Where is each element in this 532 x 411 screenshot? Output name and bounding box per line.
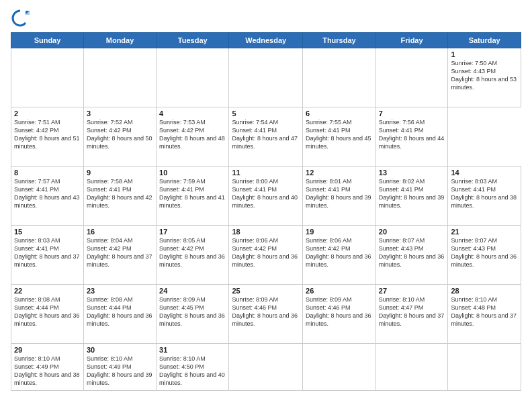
day-info: Sunrise: 8:09 AMSunset: 4:45 PMDaylight:… [159,296,225,327]
day-cell: 28Sunrise: 8:10 AMSunset: 4:48 PMDayligh… [448,285,521,344]
day-info: Sunrise: 8:07 AMSunset: 4:43 PMDaylight:… [451,237,517,268]
day-info: Sunrise: 8:00 AMSunset: 4:41 PMDaylight:… [232,178,298,209]
day-cell: 30Sunrise: 8:10 AMSunset: 4:49 PMDayligh… [83,344,156,391]
day-number: 29 [14,346,81,354]
logo [11,8,32,27]
empty-day-cell [229,344,303,391]
day-info: Sunrise: 8:01 AMSunset: 4:41 PMDaylight:… [306,178,371,209]
day-cell: 26Sunrise: 8:09 AMSunset: 4:46 PMDayligh… [303,285,376,344]
day-number: 17 [159,228,226,236]
day-cell: 21Sunrise: 8:07 AMSunset: 4:43 PMDayligh… [448,226,521,285]
day-info: Sunrise: 7:55 AMSunset: 4:41 PMDaylight:… [306,119,371,150]
day-number: 26 [306,287,373,295]
day-number: 22 [14,287,81,295]
day-cell: 29Sunrise: 8:10 AMSunset: 4:49 PMDayligh… [11,344,84,391]
day-cell: 10Sunrise: 7:59 AMSunset: 4:41 PMDayligh… [157,167,229,226]
day-info: Sunrise: 8:07 AMSunset: 4:43 PMDaylight:… [379,237,445,268]
empty-day-cell [11,48,84,107]
calendar-week-row: 1Sunrise: 7:50 AMSunset: 4:43 PMDaylight… [11,48,521,107]
day-number: 15 [14,228,81,236]
day-cell: 16Sunrise: 8:04 AMSunset: 4:42 PMDayligh… [83,226,156,285]
day-number: 23 [87,287,153,295]
day-cell: 1Sunrise: 7:50 AMSunset: 4:43 PMDaylight… [448,48,521,107]
empty-day-cell [229,48,303,107]
day-number: 30 [87,346,153,354]
day-cell: 18Sunrise: 8:06 AMSunset: 4:42 PMDayligh… [229,226,303,285]
day-cell: 15Sunrise: 8:03 AMSunset: 4:41 PMDayligh… [11,226,84,285]
day-of-week-header: Saturday [448,33,521,48]
calendar-body: 1Sunrise: 7:50 AMSunset: 4:43 PMDaylight… [11,48,521,391]
day-info: Sunrise: 8:06 AMSunset: 4:42 PMDaylight:… [232,237,298,268]
day-cell: 8Sunrise: 7:57 AMSunset: 4:41 PMDaylight… [11,167,84,226]
day-info: Sunrise: 8:08 AMSunset: 4:44 PMDaylight:… [87,296,152,327]
calendar-week-row: 22Sunrise: 8:08 AMSunset: 4:44 PMDayligh… [11,285,521,344]
empty-day-cell [83,48,156,107]
day-number: 14 [451,169,518,177]
day-of-week-header: Friday [375,33,448,48]
empty-day-cell [157,48,229,107]
day-of-week-header: Thursday [303,33,376,48]
day-of-week-header: Tuesday [157,33,229,48]
day-number: 28 [451,287,518,295]
header [11,8,521,27]
day-info: Sunrise: 8:10 AMSunset: 4:50 PMDaylight:… [159,355,225,386]
day-info: Sunrise: 8:10 AMSunset: 4:49 PMDaylight:… [14,355,80,386]
day-info: Sunrise: 8:10 AMSunset: 4:48 PMDaylight:… [451,296,517,327]
day-cell: 6Sunrise: 7:55 AMSunset: 4:41 PMDaylight… [303,107,376,167]
day-number: 24 [159,287,226,295]
day-number: 7 [379,109,445,118]
day-cell: 4Sunrise: 7:53 AMSunset: 4:42 PMDaylight… [157,107,229,167]
logo-icon [11,8,30,27]
day-cell: 3Sunrise: 7:52 AMSunset: 4:42 PMDaylight… [83,107,156,167]
day-info: Sunrise: 8:08 AMSunset: 4:44 PMDaylight:… [14,296,80,327]
day-info: Sunrise: 7:53 AMSunset: 4:42 PMDaylight:… [159,119,225,150]
day-cell: 31Sunrise: 8:10 AMSunset: 4:50 PMDayligh… [157,344,229,391]
day-info: Sunrise: 8:03 AMSunset: 4:41 PMDaylight:… [451,178,517,209]
day-cell: 11Sunrise: 8:00 AMSunset: 4:41 PMDayligh… [229,167,303,226]
day-cell: 2Sunrise: 7:51 AMSunset: 4:42 PMDaylight… [11,107,84,167]
day-number: 20 [379,228,445,236]
day-number: 18 [232,228,300,236]
calendar-table: SundayMondayTuesdayWednesdayThursdayFrid… [11,32,521,391]
day-cell: 14Sunrise: 8:03 AMSunset: 4:41 PMDayligh… [448,167,521,226]
day-number: 31 [159,346,226,354]
day-number: 9 [87,169,153,177]
day-cell: 19Sunrise: 8:06 AMSunset: 4:42 PMDayligh… [303,226,376,285]
day-info: Sunrise: 8:10 AMSunset: 4:49 PMDaylight:… [87,355,152,386]
day-info: Sunrise: 8:09 AMSunset: 4:46 PMDaylight:… [232,296,298,327]
day-cell: 13Sunrise: 8:02 AMSunset: 4:41 PMDayligh… [375,167,448,226]
page-container: SundayMondayTuesdayWednesdayThursdayFrid… [0,0,532,411]
day-number: 13 [379,169,445,177]
calendar-week-row: 15Sunrise: 8:03 AMSunset: 4:41 PMDayligh… [11,226,521,285]
day-of-week-header: Monday [83,33,156,48]
empty-day-cell [303,48,376,107]
day-cell: 17Sunrise: 8:05 AMSunset: 4:42 PMDayligh… [157,226,229,285]
day-cell: 12Sunrise: 8:01 AMSunset: 4:41 PMDayligh… [303,167,376,226]
day-info: Sunrise: 7:57 AMSunset: 4:41 PMDaylight:… [14,178,80,209]
day-number: 8 [14,169,81,177]
day-number: 5 [232,109,300,118]
day-info: Sunrise: 8:02 AMSunset: 4:41 PMDaylight:… [379,178,445,209]
day-cell: 24Sunrise: 8:09 AMSunset: 4:45 PMDayligh… [157,285,229,344]
empty-day-cell [375,344,448,391]
calendar-week-row: 2Sunrise: 7:51 AMSunset: 4:42 PMDaylight… [11,107,521,167]
day-info: Sunrise: 7:56 AMSunset: 4:41 PMDaylight:… [379,119,445,150]
day-cell: 7Sunrise: 7:56 AMSunset: 4:41 PMDaylight… [375,107,448,167]
day-cell: 9Sunrise: 7:58 AMSunset: 4:41 PMDaylight… [83,167,156,226]
empty-day-cell [448,344,521,391]
day-number: 11 [232,169,300,177]
empty-day-cell [375,48,448,107]
day-info: Sunrise: 7:51 AMSunset: 4:42 PMDaylight:… [14,119,80,150]
day-cell: 20Sunrise: 8:07 AMSunset: 4:43 PMDayligh… [375,226,448,285]
day-info: Sunrise: 8:09 AMSunset: 4:46 PMDaylight:… [306,296,371,327]
day-info: Sunrise: 7:58 AMSunset: 4:41 PMDaylight:… [87,178,152,209]
day-of-week-header: Wednesday [229,33,303,48]
day-number: 21 [451,228,518,236]
day-number: 16 [87,228,153,236]
day-info: Sunrise: 7:54 AMSunset: 4:41 PMDaylight:… [232,119,298,150]
day-number: 3 [87,109,153,118]
day-info: Sunrise: 8:04 AMSunset: 4:42 PMDaylight:… [87,237,152,268]
calendar-header: SundayMondayTuesdayWednesdayThursdayFrid… [11,33,521,48]
day-info: Sunrise: 8:06 AMSunset: 4:42 PMDaylight:… [306,237,371,268]
day-cell: 22Sunrise: 8:08 AMSunset: 4:44 PMDayligh… [11,285,84,344]
